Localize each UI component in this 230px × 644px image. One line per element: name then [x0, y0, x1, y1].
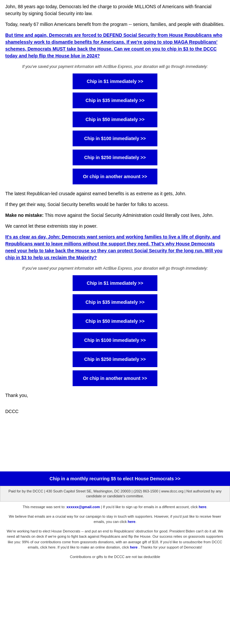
paid-for-text: Paid for by the DCCC | 430 South Capitol… — [9, 489, 222, 498]
message-sent-label: This message was sent to: — [23, 505, 65, 509]
para-extremists: We cannot let these extremists stay in p… — [5, 223, 225, 230]
working-hard-line: We're working hard to elect House Democr… — [5, 529, 225, 550]
paid-for-section: Paid for by the DCCC | 430 South Capitol… — [0, 486, 230, 502]
here-link-3[interactable]: here — [130, 545, 137, 549]
payment-note-2: If you've saved your payment information… — [5, 266, 225, 271]
donate-btn-100-dollar[interactable]: Chip in $100 immediately >> — [73, 131, 157, 146]
footer-recurring-btn[interactable]: Chip in a monthly recurring $5 to elect … — [50, 476, 180, 481]
para-harder: If they get their way, Social Security b… — [5, 201, 225, 208]
different-account-text: | If you'd like to sign up for emails in… — [101, 505, 198, 509]
donate-btn2-1-dollar[interactable]: Chip in $1 immediately >> — [73, 275, 157, 291]
donate-btn2-100-dollar[interactable]: Chip in $100 immediately >> — [73, 332, 157, 348]
donate-btn-50-dollar[interactable]: Chip in $50 immediately >> — [73, 112, 157, 127]
here-link-2[interactable]: here — [128, 520, 135, 524]
donate-btn2-50-dollar[interactable]: Chip in $50 immediately >> — [73, 313, 157, 329]
donate-btn-250-dollar[interactable]: Chip in $250 immediately >> — [73, 150, 157, 165]
fewer-emails-text: We believe that emails are a crucial way… — [9, 514, 221, 524]
donate-btn2-250-dollar[interactable]: Chip in $250 immediately >> — [73, 351, 157, 367]
para-crusade: The latest Republican-led crusade agains… — [5, 190, 225, 197]
email-link[interactable]: xxxxxx@gmail.com — [66, 505, 100, 509]
donate-btn-other-amount[interactable]: Or chip in another amount >> — [73, 169, 157, 184]
intro-para-2: Today, nearly 67 million Americans benef… — [5, 21, 225, 28]
donation-section-1: If you've saved your payment information… — [5, 64, 225, 184]
donation-section-2: If you've saved your payment information… — [5, 266, 225, 386]
org: DCCC — [5, 408, 225, 415]
here-link-1[interactable]: here — [199, 505, 206, 509]
fewer-emails-line: We believe that emails are a crucial way… — [5, 514, 225, 525]
main-content: John, 88 years ago today, Democrats led … — [0, 0, 230, 465]
bold-link-1[interactable]: But time and again, Democrats are forced… — [5, 32, 225, 59]
thanks-text: . Thanks for your support of Democrats! — [139, 545, 202, 549]
footer-text-section: This message was sent to: xxxxxx@gmail.c… — [0, 502, 230, 566]
para-mistake: Make no mistake: This move against the S… — [5, 212, 225, 219]
message-sent-line: This message was sent to: xxxxxx@gmail.c… — [5, 504, 225, 510]
footer-bar: Chip in a monthly recurring $5 to elect … — [0, 471, 230, 486]
donate-btn2-35-dollar[interactable]: Chip in $35 immediately >> — [73, 294, 157, 310]
sign-off: Thank you, — [5, 392, 225, 399]
spacer — [5, 419, 225, 458]
donate-btn-35-dollar[interactable]: Chip in $35 immediately >> — [73, 93, 157, 108]
intro-para-1: John, 88 years ago today, Democrats led … — [5, 3, 225, 17]
donate-btn-1-dollar[interactable]: Chip in $1 immediately >> — [73, 73, 157, 89]
payment-note-1: If you've saved your payment information… — [5, 64, 225, 70]
donate-btn2-other-amount[interactable]: Or chip in another amount >> — [73, 370, 157, 386]
para-mistake-rest: This move against the Social Security Ad… — [44, 213, 214, 218]
para-mistake-bold: Make no mistake: — [5, 213, 44, 218]
bold-link-2[interactable]: It's as clear as day, John: Democrats wa… — [5, 234, 225, 261]
contributions-note: Contributions or gifts to the DCCC are n… — [5, 554, 225, 560]
